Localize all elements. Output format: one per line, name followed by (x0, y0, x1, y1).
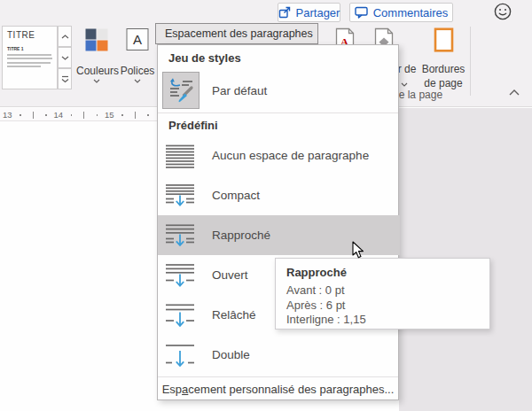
collapse-ribbon-button[interactable] (505, 85, 523, 99)
spacing-open-icon (165, 263, 195, 288)
menu-item-double[interactable]: Double (158, 335, 400, 375)
page-borders-icon (434, 27, 454, 52)
menu-item-custom-spacing[interactable]: Espacement personnalisé des paragraphes.… (158, 380, 398, 399)
ruler-tick (71, 114, 73, 116)
menu-section-style-set: Jeu de styles (168, 51, 241, 65)
gallery-more-button[interactable] (58, 68, 72, 89)
style-preview-title: TITRE (7, 30, 52, 40)
tooltip-rapproche: Rapproché Avant : 0 pt Après : 6 pt Inte… (275, 258, 490, 330)
smiley-icon (493, 2, 512, 21)
tooltip-before-value: Avant : 0 pt (286, 283, 479, 299)
tooltip-title: Rapproché (286, 266, 479, 279)
style-gallery-scroll (58, 26, 72, 89)
ruler-number: 14 (54, 110, 64, 120)
menu-item-par-defaut[interactable]: Par défaut (158, 68, 400, 112)
page-borders-button[interactable]: Bordures de page (415, 25, 472, 96)
spacing-double-icon (165, 343, 195, 368)
spacing-relaxed-icon (165, 303, 195, 328)
chevron-down-icon (93, 79, 100, 83)
menu-separator (158, 112, 398, 113)
page-borders-label-line2: de page (415, 77, 472, 89)
paragraph-spacing-menu: Jeu de styles Par défaut Prédéfini (157, 44, 399, 400)
top-bar: Partager Commentaires (0, 0, 532, 23)
gallery-scroll-down-button[interactable] (58, 47, 72, 68)
share-button[interactable]: Partager (278, 3, 340, 22)
ruler-tick (45, 114, 47, 116)
gallery-scroll-up-button[interactable] (58, 26, 72, 47)
chevron-down-bar-icon (61, 75, 69, 83)
menu-item-label: Compact (212, 189, 260, 202)
style-preview-heading1: TITRE 1 (7, 46, 52, 51)
menu-item-label: Ouvert (212, 268, 248, 282)
style-set-default-icon (162, 72, 200, 109)
ruler-tick (97, 114, 98, 116)
menu-item-label: Rapproché (212, 229, 270, 242)
theme-fonts-icon: A (127, 28, 149, 50)
ruler-tick (147, 114, 149, 116)
comment-icon (355, 6, 368, 19)
chevron-down-icon (61, 56, 69, 60)
ruler-tick (121, 114, 123, 116)
ruler-tick (20, 114, 21, 116)
ribbon-group-separator (470, 27, 471, 96)
share-button-label: Partager (296, 6, 340, 19)
word-window: Partager Commentaires TITRE TITRE 1 (0, 0, 532, 411)
share-icon (278, 6, 291, 19)
theme-fonts-button[interactable]: A Polices (119, 26, 156, 95)
style-preview-text-lines (7, 54, 52, 68)
menu-item-label: Aucun espace de paragraphe (212, 149, 369, 162)
theme-fonts-label: Polices (119, 65, 156, 77)
ruler-tick (33, 112, 34, 119)
paragraph-spacing-button-label: Espacement des paragraphes (165, 27, 313, 40)
page-borders-label-line1: Bordures (415, 63, 472, 75)
comments-button-label: Commentaires (373, 6, 449, 19)
tooltip-linespacing-value: Interligne : 1,15 (286, 313, 479, 328)
menu-item-label: Par défaut (212, 84, 267, 97)
comments-button[interactable]: Commentaires (349, 3, 453, 22)
paragraph-spacing-button[interactable]: Espacement des paragraphes (155, 23, 318, 44)
ruler-number: 13 (3, 110, 12, 120)
chevron-down-icon (134, 79, 141, 83)
style-set-gallery[interactable]: TITRE TITRE 1 (2, 26, 58, 89)
menu-item-label: Double (212, 348, 250, 361)
theme-colors-icon (85, 28, 108, 51)
chevron-down-icon (401, 82, 408, 87)
menu-item-compact[interactable]: Compact (158, 175, 400, 215)
menu-item-label: Relâché (212, 308, 256, 322)
theme-colors-label: Couleurs (76, 65, 117, 77)
tooltip-after-value: Après : 6 pt (286, 299, 479, 314)
ruler-tick (83, 112, 84, 119)
menu-item-aucun-espace[interactable]: Aucun espace de paragraphe (158, 136, 400, 175)
chevron-up-icon (509, 89, 520, 96)
menu-separator (158, 376, 398, 377)
menu-section-predefined: Prédéfini (168, 119, 218, 132)
spacing-compact-icon (165, 183, 195, 208)
ruler-number: 15 (105, 110, 114, 120)
spacing-tight-icon (165, 223, 195, 248)
chevron-up-icon (61, 35, 69, 39)
spacing-none-icon (165, 143, 195, 168)
ruler-tick (135, 112, 136, 119)
theme-colors-button[interactable]: Couleurs (76, 26, 117, 95)
feedback-smiley-button[interactable] (493, 2, 512, 21)
mouse-cursor (352, 241, 364, 260)
